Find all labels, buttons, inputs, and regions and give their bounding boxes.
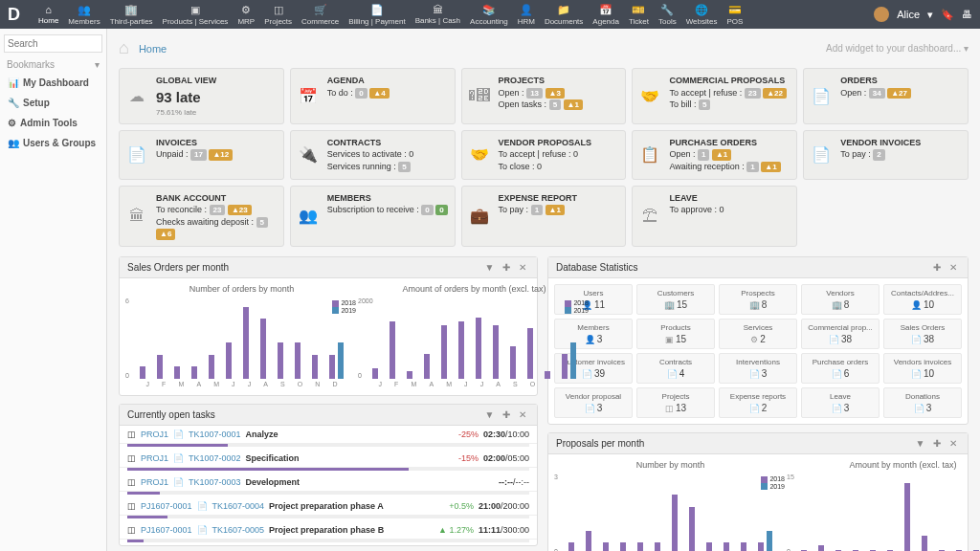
stat-value: ▣15 <box>639 334 712 344</box>
stat-tile[interactable]: Contracts📄4 <box>636 353 715 384</box>
user-name[interactable]: Alice <box>897 9 920 20</box>
summary-card[interactable]: ☁GLOBAL VIEW93 late75.61% late <box>119 68 284 124</box>
stat-tile[interactable]: Services⚙2 <box>719 319 797 349</box>
print-icon[interactable]: 🖶 <box>962 9 972 20</box>
topbar-right: Alice ▾ 🔖 🖶 <box>874 7 972 22</box>
nav-commerce[interactable]: 🛒Commerce <box>298 2 343 28</box>
summary-card[interactable]: 📅AGENDATo do : 0 ▲4 <box>290 68 456 124</box>
bookmark-icon[interactable]: 🔖 <box>941 9 954 21</box>
app-logo[interactable]: D <box>8 5 25 25</box>
chart-axis: JFMAMJJASOND <box>125 379 358 389</box>
task-row[interactable]: ◫PROJ1📄TK1007-0003Development--:--/--:-- <box>120 474 537 492</box>
task-row[interactable]: ◫PJ1607-0001📄TK1607-0005Project preparat… <box>120 521 537 540</box>
stat-value: 🏢8 <box>722 299 794 310</box>
chart-bar <box>741 542 746 551</box>
stat-label: Products <box>639 323 712 332</box>
nav-hrm[interactable]: 👤HRM <box>514 2 539 28</box>
avatar[interactable] <box>874 7 889 22</box>
sidebar-item[interactable]: 👥Users & Groups <box>4 133 102 153</box>
nav-home[interactable]: ⌂Home <box>34 2 62 28</box>
panel-actions[interactable]: ▼ ✚ ✕ <box>916 438 960 449</box>
nav-ticket[interactable]: 🎫Ticket <box>625 2 653 28</box>
stat-tile[interactable]: Vendor proposal📄3 <box>554 387 633 418</box>
nav-accounting[interactable]: 📚Accounting <box>466 2 512 28</box>
breadcrumb-home[interactable]: Home <box>139 43 167 55</box>
chart-bar <box>312 355 318 379</box>
sidebar-item[interactable]: 📊My Dashboard <box>4 73 102 93</box>
stat-tile[interactable]: Expense reports📄2 <box>719 387 797 418</box>
stat-tile[interactable]: Sales Orders📄38 <box>883 319 962 349</box>
panel-actions[interactable]: ▼ ✚ ✕ <box>485 409 529 420</box>
task-row[interactable]: ◫PROJ1📄TK1007-0001Analyze-25%02:30/10:00 <box>120 426 537 444</box>
nav-third-parties[interactable]: 🏢Third-parties <box>106 2 157 28</box>
nav-members[interactable]: 👥Members <box>64 2 103 28</box>
card-icon: 🤝 <box>468 137 491 173</box>
nav-mrp[interactable]: ⚙MRP <box>234 2 258 28</box>
summary-cards: ☁GLOBAL VIEW93 late75.61% late📅AGENDATo … <box>119 68 969 247</box>
card-icon: �⴮ <box>468 75 491 118</box>
stat-value: 📄10 <box>886 368 959 379</box>
card-icon: 📅 <box>297 75 320 118</box>
summary-card[interactable]: 🤝VENDOR PROPOSALSTo accept | refuse : 0T… <box>461 130 627 180</box>
nav-banks-cash[interactable]: 🏛Banks | Cash <box>412 2 464 28</box>
nav-agenda[interactable]: 📅Agenda <box>589 2 623 28</box>
nav-pos[interactable]: 💳POS <box>723 2 746 28</box>
summary-card[interactable]: 📋PURCHASE ORDERSOpen : 1 ▲1Awaiting rece… <box>632 130 797 180</box>
stat-tile[interactable]: Leave📄3 <box>801 387 880 418</box>
summary-card[interactable]: �⴮PROJECTSOpen : 13 ▲3Open tasks : 5 ▲1 <box>461 68 627 124</box>
nav-icon: 📅 <box>599 4 612 16</box>
summary-card[interactable]: 💼EXPENSE REPORTTo pay : 1 ▲1 <box>461 186 627 247</box>
stat-tile[interactable]: Donations📄3 <box>883 387 962 418</box>
chart-bar <box>655 542 660 551</box>
bookmarks-dropdown[interactable]: Bookmarks▾ <box>4 56 102 73</box>
card-icon: ⛱ <box>638 192 661 240</box>
nav-products-services[interactable]: ▣Products | Services <box>159 2 233 28</box>
chart-bar <box>278 342 283 379</box>
nav-icon: 👥 <box>78 4 91 16</box>
sidebar-item[interactable]: 🔧Setup <box>4 93 102 113</box>
sidebar-item[interactable]: ⚙Admin Tools <box>4 113 102 133</box>
task-progress <box>127 468 529 471</box>
panel-actions[interactable]: ✚ ✕ <box>933 262 960 273</box>
summary-card[interactable]: 📄INVOICESUnpaid : 17 ▲12 <box>119 130 284 180</box>
nav-billing-payment[interactable]: 📄Billing | Payment <box>345 2 409 28</box>
panel-actions[interactable]: ▼ ✚ ✕ <box>485 262 529 273</box>
home-icon[interactable]: ⌂ <box>119 38 129 58</box>
stat-tile[interactable]: Purchase orders📄6 <box>801 353 880 384</box>
task-time: --:--/--:-- <box>499 477 529 487</box>
chart-title: Amount by month (excl. tax) <box>787 460 980 470</box>
nav-documents[interactable]: 📁Documents <box>541 2 587 28</box>
stat-tile[interactable]: Prospects🏢8 <box>719 284 797 315</box>
summary-card[interactable]: 📄ORDERSOpen : 34 ▲27 <box>803 68 969 124</box>
task-row[interactable]: ◫PJ1607-0001📄TK1607-0004Project preparat… <box>120 497 537 516</box>
summary-card[interactable]: 🤝COMMERCIAL PROPOSALSTo accept | refuse … <box>632 68 797 124</box>
stat-tile[interactable]: Products▣15 <box>636 319 715 349</box>
chart-bar <box>407 371 412 379</box>
task-icon: 📄 <box>173 477 184 487</box>
stat-tile[interactable]: Vendors invoices📄10 <box>883 353 962 384</box>
search-input[interactable] <box>4 34 102 53</box>
stat-tile[interactable]: Vendors🏢8 <box>801 284 880 315</box>
stat-tile[interactable]: Contacts/Addres...👤10 <box>883 284 962 315</box>
stat-tile[interactable]: Commercial prop...📄38 <box>801 319 880 349</box>
summary-card[interactable]: 👥MEMBERSSubscription to receive : 0 0 <box>290 186 456 247</box>
add-widget-dropdown[interactable]: Add widget to your dashboard... ▾ <box>825 43 969 54</box>
summary-card[interactable]: ⛱LEAVETo approve : 0 <box>632 186 797 247</box>
sidebar-icon: 🔧 <box>8 98 19 108</box>
chart-bar <box>570 342 576 379</box>
stat-tile[interactable]: Interventions📄3 <box>719 353 797 384</box>
nav-websites[interactable]: 🌐Websites <box>682 2 722 28</box>
summary-card[interactable]: 🔌CONTRACTSServices to activate : 0Servic… <box>290 130 456 180</box>
task-name: Specification <box>246 453 454 463</box>
stat-tile[interactable]: Projects◫13 <box>636 387 715 418</box>
stat-tile[interactable]: Customers🏢15 <box>636 284 715 315</box>
task-row[interactable]: ◫PROJ1📄TK1007-0002Specification-15%02:00… <box>120 450 537 468</box>
summary-card[interactable]: 🏛BANK ACCOUNTTo reconcile : 23 ▲23Checks… <box>119 186 284 247</box>
summary-card[interactable]: 📄VENDOR INVOICESTo pay : 2 <box>803 130 969 180</box>
nav-tools[interactable]: 🔧Tools <box>655 2 680 28</box>
chart-bar <box>620 542 626 551</box>
task-pct: -15% <box>458 453 479 463</box>
chevron-down-icon[interactable]: ▾ <box>927 9 933 21</box>
project-icon: ◫ <box>127 525 136 535</box>
nav-projects[interactable]: ◫Projects <box>260 2 296 28</box>
